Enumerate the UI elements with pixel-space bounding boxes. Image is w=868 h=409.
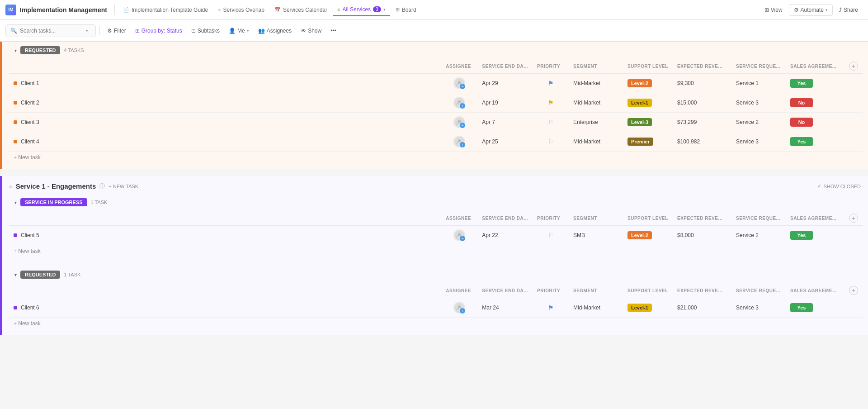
view-button[interactable]: ⊞ View (760, 5, 787, 15)
add-column-button[interactable]: + (849, 62, 858, 71)
support-cell: Level-1 (623, 93, 673, 113)
service-req-cell: Service 3 (731, 298, 786, 318)
group-by-button[interactable]: ⊞ Group by: Status (132, 25, 186, 36)
task-status-dot (14, 233, 17, 237)
share-button[interactable]: ⤴ Share (835, 5, 863, 15)
nav-tab-board[interactable]: ⊞ Board (391, 4, 421, 16)
assignees-button[interactable]: 👥 Assignees (255, 25, 295, 36)
revenue-cell: $8,000 (673, 226, 731, 245)
revenue-value: $9,300 (677, 80, 694, 86)
more-icon: ••• (330, 28, 336, 34)
table-row: Client 2 + Apr 19 (9, 93, 863, 113)
share-label: Share (844, 7, 858, 13)
group-requested-2: ▾ REQUESTED 1 TASK ASSIGNEE SERVICE END … (9, 266, 863, 329)
priority-cell: ⚐ (533, 226, 569, 245)
group-requested2-header[interactable]: ▾ REQUESTED 1 TASK (9, 266, 863, 283)
revenue-value: $73,299 (677, 119, 697, 125)
priority-cell: ⚑ (533, 74, 569, 93)
new-task-row[interactable]: + New task (9, 152, 863, 164)
th-support-level: SUPPORT LEVEL (623, 59, 673, 74)
group-in-progress-header[interactable]: ▾ SERVICE IN PROGRESS 1 TASK (9, 194, 863, 211)
task-name-label: Client 6 (21, 304, 39, 311)
new-task-row[interactable]: + New task (9, 245, 863, 257)
service-req-cell: Service 3 (731, 132, 786, 152)
more-button[interactable]: ••• (327, 25, 340, 36)
nav-tab-board-label: Board (402, 7, 416, 13)
search-input[interactable] (20, 28, 83, 34)
table-row: Client 4 + Apr 25 (9, 132, 863, 152)
th-segment: SEGMENT (569, 283, 623, 298)
support-badge: Level-1 (627, 99, 652, 107)
show-closed-button[interactable]: ✓ SHOW CLOSED (817, 183, 861, 189)
group-requested: ▾ REQUESTED 4 TASKS ASSIGNEE SERVICE END… (9, 42, 863, 163)
assignee-cell: + (441, 132, 477, 152)
th-task (9, 283, 441, 298)
new-task-cell[interactable]: + New task (9, 318, 863, 330)
section-info-icon[interactable]: ⓘ (99, 182, 105, 190)
sales-badge: Yes (790, 231, 813, 240)
revenue-value: $8,000 (677, 232, 694, 238)
task-cell: Client 5 (9, 226, 441, 245)
add-column-button[interactable]: + (849, 214, 858, 223)
new-task-row[interactable]: + New task (9, 318, 863, 330)
service-req-value: Service 3 (736, 304, 759, 311)
me-button[interactable]: 👤 Me ▾ (225, 25, 253, 36)
sales-cell: Yes (786, 226, 844, 245)
subtasks-button[interactable]: ⊡ Subtasks (188, 25, 223, 36)
sales-cell: Yes (786, 74, 844, 93)
avatar-plus-icon: + (460, 236, 465, 241)
section-gap (0, 169, 868, 176)
new-task-cell[interactable]: + New task (9, 152, 863, 164)
th-task (9, 211, 441, 226)
sales-cell: No (786, 113, 844, 132)
date-cell: Apr 25 (477, 132, 533, 152)
nav-tab-all-services-label: All Services (342, 6, 371, 13)
avatar: + (453, 77, 465, 89)
task-name-wrap: Client 6 (14, 304, 437, 311)
filter-button[interactable]: ⚙ Filter (104, 25, 130, 36)
filter-label: Filter (114, 28, 126, 34)
list-icon: ≡ (218, 7, 221, 13)
date-cell: Apr 19 (477, 93, 533, 113)
date-cell: Apr 22 (477, 226, 533, 245)
th-support-level: SUPPORT LEVEL (623, 211, 673, 226)
section-toggle-icon[interactable]: ○ (9, 184, 12, 189)
th-assignee: ASSIGNEE (441, 59, 477, 74)
task-name-wrap: Client 4 (14, 138, 437, 145)
service-req-cell: Service 2 (731, 113, 786, 132)
section-service1: ○ Service 1 - Engagements ⓘ + NEW TASK ✓… (0, 176, 868, 335)
new-task-cell[interactable]: + New task (9, 245, 863, 257)
sales-badge: Yes (790, 137, 813, 146)
group-gap (9, 257, 863, 266)
sales-cell: Yes (786, 132, 844, 152)
avatar-plus-icon: + (460, 142, 465, 147)
service-req-value: Service 2 (736, 119, 759, 125)
revenue-cell: $100,982 (673, 132, 731, 152)
add-column-button[interactable]: + (849, 286, 858, 295)
support-badge: Level-1 (627, 304, 652, 312)
search-wrap[interactable]: 🔍 ▾ (5, 24, 96, 37)
date-value: Apr 22 (482, 232, 498, 238)
nav-tab-services-calendar[interactable]: 📅 Services Calendar (270, 4, 332, 16)
show-button[interactable]: 👁 Show (297, 25, 325, 36)
segment-cell: Mid-Market (569, 298, 623, 318)
all-services-count: 3 (373, 6, 381, 12)
section-new-task-btn[interactable]: + NEW TASK (108, 184, 138, 189)
group-requested-header[interactable]: ▾ REQUESTED 4 TASKS (9, 42, 863, 59)
avatar-plus-icon: + (460, 84, 465, 89)
row-actions-cell (844, 93, 863, 113)
app-logo: IM Implementation Management (5, 5, 115, 15)
nav-tab-services-overlap[interactable]: ≡ Services Overlap (213, 4, 269, 16)
service-req-cell: Service 1 (731, 74, 786, 93)
revenue-value: $21,000 (677, 304, 697, 311)
nav-tab-all-services[interactable]: ≡ All Services 3 ▾ (333, 4, 390, 16)
assignee-cell: + (441, 93, 477, 113)
segment-cell: Mid-Market (569, 74, 623, 93)
automate-label: Automate (801, 7, 824, 13)
date-cell: Mar 24 (477, 298, 533, 318)
assignee-cell: + (441, 74, 477, 93)
nav-tab-impl-template[interactable]: 📄 Implementation Template Guide (118, 4, 212, 16)
segment-cell: Mid-Market (569, 93, 623, 113)
automate-button[interactable]: ⚙ Automate ▾ (789, 4, 833, 16)
segment-value: SMB (573, 232, 585, 238)
